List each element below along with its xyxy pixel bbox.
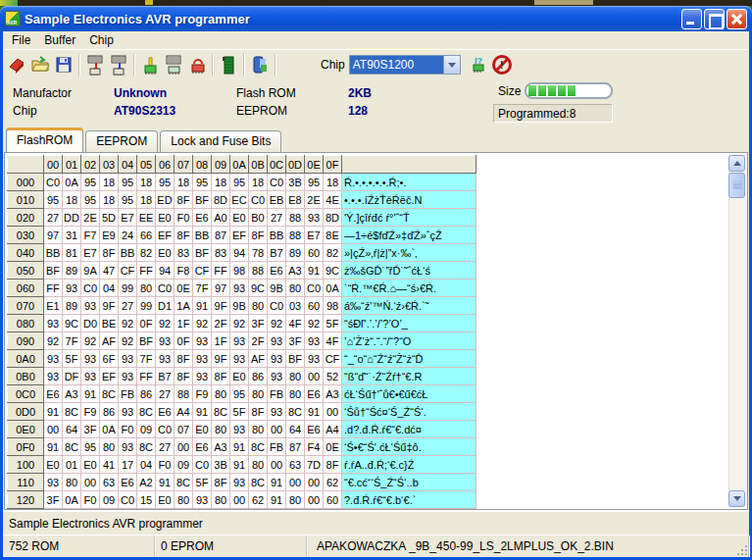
hex-cell[interactable]: 91 bbox=[193, 403, 212, 421]
hex-cell[interactable]: A3 bbox=[63, 385, 81, 403]
hex-cell[interactable]: 78 bbox=[249, 244, 268, 262]
hex-cell[interactable]: E0 bbox=[156, 491, 175, 509]
hex-cell[interactable]: 93 bbox=[230, 332, 249, 350]
hex-cell[interactable]: B7 bbox=[156, 368, 175, 385]
title-bar[interactable]: Sample Electronics AVR programmer bbox=[0, 6, 752, 31]
hex-cell[interactable]: F4 bbox=[305, 438, 324, 456]
hex-cell[interactable]: 8C bbox=[249, 474, 268, 491]
hex-cell[interactable]: FB bbox=[268, 438, 286, 456]
hex-cell[interactable]: 8F bbox=[175, 227, 193, 244]
hex-cell[interactable]: E8 bbox=[286, 191, 305, 209]
hex-cell[interactable]: 80 bbox=[249, 456, 268, 474]
hex-cell[interactable]: 2F bbox=[249, 332, 268, 350]
ascii-cell[interactable]: ż‰šGĎ˙”řĎ˙˜ˆćŁ‘ś bbox=[342, 262, 476, 280]
ascii-cell[interactable]: ‘Śů†“Ść¤‘Ś_Ź“Ś‘. bbox=[342, 403, 476, 421]
hex-cell[interactable]: F0 bbox=[175, 209, 193, 227]
hex-cell[interactable]: 93 bbox=[156, 332, 175, 350]
hex-cell[interactable]: E6 bbox=[156, 403, 175, 421]
hex-cell[interactable]: 18 bbox=[212, 174, 230, 191]
hex-cell[interactable]: 4F bbox=[324, 332, 342, 350]
hex-cell[interactable]: E6 bbox=[305, 385, 324, 403]
hex-cell[interactable]: 93 bbox=[44, 368, 63, 385]
hex-cell[interactable]: 99 bbox=[119, 280, 137, 297]
scroll-down-button[interactable] bbox=[728, 490, 745, 507]
hex-cell[interactable]: 60 bbox=[305, 297, 324, 315]
hex-cell[interactable]: 80 bbox=[286, 280, 305, 297]
hex-cell[interactable]: 92 bbox=[305, 315, 324, 332]
hex-cell[interactable]: 7D bbox=[305, 456, 324, 474]
hex-cell[interactable]: 93 bbox=[119, 368, 137, 385]
hex-cell[interactable]: 8C bbox=[249, 438, 268, 456]
menu-buffer[interactable]: Buffer bbox=[37, 32, 82, 48]
tab-eeprom[interactable]: EEPROM bbox=[85, 130, 158, 152]
hex-cell[interactable]: 27 bbox=[268, 209, 286, 227]
hex-cell[interactable]: 80 bbox=[286, 491, 305, 509]
hex-cell[interactable]: E7 bbox=[119, 209, 137, 227]
hex-cell[interactable]: 9C bbox=[324, 262, 342, 280]
hex-cell[interactable]: 80 bbox=[286, 368, 305, 385]
hex-cell[interactable]: 93 bbox=[193, 332, 212, 350]
hex-cell[interactable]: 00 bbox=[268, 421, 286, 438]
hex-cell[interactable]: FB bbox=[268, 385, 286, 403]
hex-cell[interactable]: 92 bbox=[156, 315, 175, 332]
hex-cell[interactable]: E0 bbox=[44, 456, 63, 474]
hex-cell[interactable]: E1 bbox=[44, 297, 63, 315]
hex-cell[interactable]: E9 bbox=[100, 227, 119, 244]
hex-cell[interactable]: 93 bbox=[193, 491, 212, 509]
hex-cell[interactable]: BB bbox=[119, 244, 137, 262]
hex-cell[interactable]: AF bbox=[100, 332, 119, 350]
hex-cell[interactable]: E6 bbox=[305, 421, 324, 438]
hex-cell[interactable]: A3 bbox=[212, 438, 230, 456]
hex-cell[interactable]: 93 bbox=[81, 297, 100, 315]
hex-cell[interactable]: 93 bbox=[230, 280, 249, 297]
hex-cell[interactable]: 98 bbox=[230, 262, 249, 280]
hex-cell[interactable]: 95 bbox=[119, 174, 137, 191]
hex-cell[interactable]: 5F bbox=[193, 474, 212, 491]
hex-cell[interactable]: 18 bbox=[100, 191, 119, 209]
exit-icon[interactable] bbox=[248, 53, 272, 76]
hex-cell[interactable]: 92 bbox=[44, 332, 63, 350]
hex-cell[interactable]: 00 bbox=[268, 456, 286, 474]
menu-chip[interactable]: Chip bbox=[82, 32, 121, 48]
hex-cell[interactable]: 80 bbox=[212, 491, 230, 509]
hex-cell[interactable]: D0 bbox=[81, 315, 100, 332]
hex-cell[interactable]: 0F bbox=[175, 332, 193, 350]
hex-cell[interactable]: 80 bbox=[137, 280, 156, 297]
hex-cell[interactable]: BF bbox=[286, 350, 305, 368]
hex-cell[interactable]: BB bbox=[193, 227, 212, 244]
hex-cell[interactable]: F0 bbox=[119, 421, 137, 438]
hex-cell[interactable]: 91 bbox=[230, 438, 249, 456]
hex-cell[interactable]: 91 bbox=[305, 403, 324, 421]
write-chip-icon[interactable] bbox=[83, 53, 107, 76]
hex-cell[interactable]: 92 bbox=[81, 332, 100, 350]
hex-cell[interactable]: E0 bbox=[193, 421, 212, 438]
hex-cell[interactable]: E0 bbox=[81, 456, 100, 474]
hex-cell[interactable]: 2E bbox=[81, 209, 100, 227]
hex-cell[interactable]: 80 bbox=[249, 297, 268, 315]
hex-cell[interactable]: 95 bbox=[119, 191, 137, 209]
hex-cell[interactable]: 82 bbox=[324, 244, 342, 262]
hex-cell[interactable]: 7F bbox=[63, 332, 81, 350]
hex-cell[interactable]: 09 bbox=[100, 491, 119, 509]
tab-lock-fuse-bits[interactable]: Lock and Fuse Bits bbox=[160, 130, 281, 152]
hex-cell[interactable]: 18 bbox=[249, 174, 268, 191]
hex-cell[interactable]: C0 bbox=[249, 191, 268, 209]
hex-cell[interactable]: 1A bbox=[175, 297, 193, 315]
vertical-scrollbar[interactable] bbox=[728, 155, 745, 507]
hex-cell[interactable]: 5F bbox=[324, 315, 342, 332]
hex-cell[interactable]: 00 bbox=[230, 491, 249, 509]
hex-cell[interactable]: 63 bbox=[286, 456, 305, 474]
hex-cell[interactable]: 83 bbox=[212, 244, 230, 262]
hex-cell[interactable]: 9F bbox=[100, 297, 119, 315]
hex-cell[interactable]: 18 bbox=[324, 174, 342, 191]
hex-cell[interactable]: 80 bbox=[100, 438, 119, 456]
hex-cell[interactable]: E7 bbox=[81, 244, 100, 262]
ascii-cell[interactable]: .d?.đ.Ŕ.ŕ€“€.dć¤ bbox=[342, 421, 476, 438]
hex-cell[interactable]: 93 bbox=[44, 350, 63, 368]
hex-cell[interactable]: 80 bbox=[286, 385, 305, 403]
hex-cell[interactable]: 2E bbox=[305, 191, 324, 209]
hex-cell[interactable]: 66 bbox=[137, 227, 156, 244]
hex-cell[interactable]: 93 bbox=[268, 368, 286, 385]
hex-cell[interactable]: 88 bbox=[249, 262, 268, 280]
hex-cell[interactable]: 00 bbox=[305, 474, 324, 491]
